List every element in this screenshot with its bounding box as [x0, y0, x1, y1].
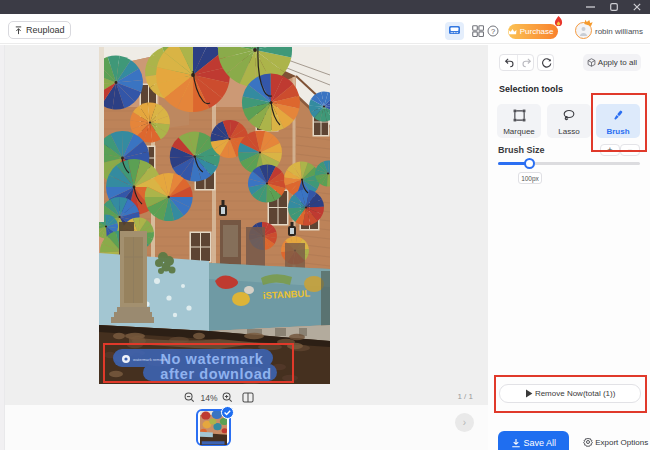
svg-text:?: ?: [491, 27, 495, 36]
